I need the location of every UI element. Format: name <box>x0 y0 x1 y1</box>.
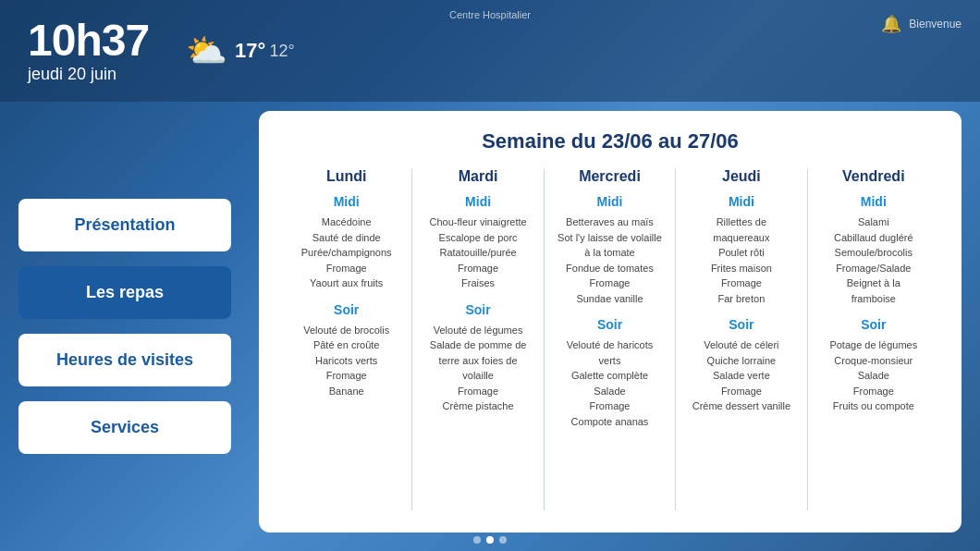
midi-items-vendredi: Salami Cabillaud dugléré Semoule/brocoli… <box>817 214 930 306</box>
soir-label-mercredi: Soir <box>554 317 666 332</box>
midi-label-lundi: Midi <box>290 194 402 209</box>
menu-card: Semaine du 23/06 au 27/06 Lundi Midi Mac… <box>259 111 962 533</box>
midi-label-mardi: Midi <box>422 194 533 209</box>
weather-temp-low: 12° <box>269 42 294 61</box>
days-grid: Lundi Midi Macédoine Sauté de dinde Puré… <box>281 168 939 510</box>
nav-btn-visites[interactable]: Heures de visites <box>18 334 231 386</box>
bell-icon: 🔔 <box>881 14 901 34</box>
time-block: 10h37 jeudi 20 juin <box>28 18 149 84</box>
day-name-mardi: Mardi <box>422 168 533 185</box>
weather-temp-high: 17° <box>235 39 265 63</box>
top-center-text: Centre Hospitalier <box>449 9 531 20</box>
nav-dots <box>473 536 507 544</box>
day-col-mercredi: Mercredi Midi Betteraves au maïs Sot l'y… <box>545 168 676 510</box>
main-content: Présentation Les repas Heures de visites… <box>0 102 980 551</box>
midi-items-lundi: Macédoine Sauté de dinde Purée/champigno… <box>290 214 402 291</box>
sidebar: Présentation Les repas Heures de visites… <box>0 102 250 551</box>
day-name-lundi: Lundi <box>290 168 402 185</box>
midi-items-mercredi: Betteraves au maïs Sot l'y laisse de vol… <box>554 214 666 306</box>
day-name-jeudi: Jeudi <box>685 168 797 185</box>
nav-dot-2[interactable] <box>486 536 494 544</box>
nav-btn-services[interactable]: Services <box>18 401 231 454</box>
time-display: 10h37 <box>28 18 149 63</box>
weather-icon: ⛅ <box>186 31 227 70</box>
header-right: 🔔 Bienvenue <box>881 14 962 34</box>
nav-dot-3[interactable] <box>499 536 507 544</box>
soir-items-mercredi: Velouté de haricots verts Galette complè… <box>554 337 666 429</box>
soir-items-mardi: Velouté de légumes Salade de pomme de te… <box>422 323 533 414</box>
nav-dot-1[interactable] <box>473 536 481 544</box>
soir-label-jeudi: Soir <box>685 317 797 332</box>
day-name-mercredi: Mercredi <box>554 168 666 185</box>
weather-block: ⛅ 17° 12° <box>186 31 295 70</box>
day-name-vendredi: Vendredi <box>817 168 930 185</box>
day-col-mardi: Mardi Midi Chou-fleur vinaigrette Escalo… <box>412 168 544 510</box>
soir-items-jeudi: Velouté de céleri Quiche lorraine Salade… <box>685 337 797 414</box>
midi-label-vendredi: Midi <box>817 194 930 209</box>
soir-label-vendredi: Soir <box>817 317 930 332</box>
midi-items-jeudi: Rillettes de maquereaux Poulet rôti Frit… <box>685 214 797 306</box>
day-col-jeudi: Jeudi Midi Rillettes de maquereaux Poule… <box>676 168 807 510</box>
day-col-vendredi: Vendredi Midi Salami Cabillaud dugléré S… <box>808 168 939 510</box>
nav-btn-presentation[interactable]: Présentation <box>18 199 231 251</box>
soir-items-vendredi: Potage de légumes Croque-monsieur Salade… <box>817 337 930 414</box>
midi-label-jeudi: Midi <box>685 194 797 209</box>
day-col-lundi: Lundi Midi Macédoine Sauté de dinde Puré… <box>281 168 412 510</box>
nav-btn-repas[interactable]: Les repas <box>18 266 231 319</box>
header-right-text: Bienvenue <box>909 18 962 31</box>
soir-label-lundi: Soir <box>290 302 402 317</box>
soir-label-mardi: Soir <box>422 302 533 317</box>
midi-label-mercredi: Midi <box>554 194 666 209</box>
menu-title: Semaine du 23/06 au 27/06 <box>281 129 939 153</box>
date-display: jeudi 20 juin <box>28 65 149 84</box>
soir-items-lundi: Velouté de brocolis Pâté en croûte Haric… <box>290 323 402 399</box>
midi-items-mardi: Chou-fleur vinaigrette Escalope de porc … <box>422 214 533 291</box>
